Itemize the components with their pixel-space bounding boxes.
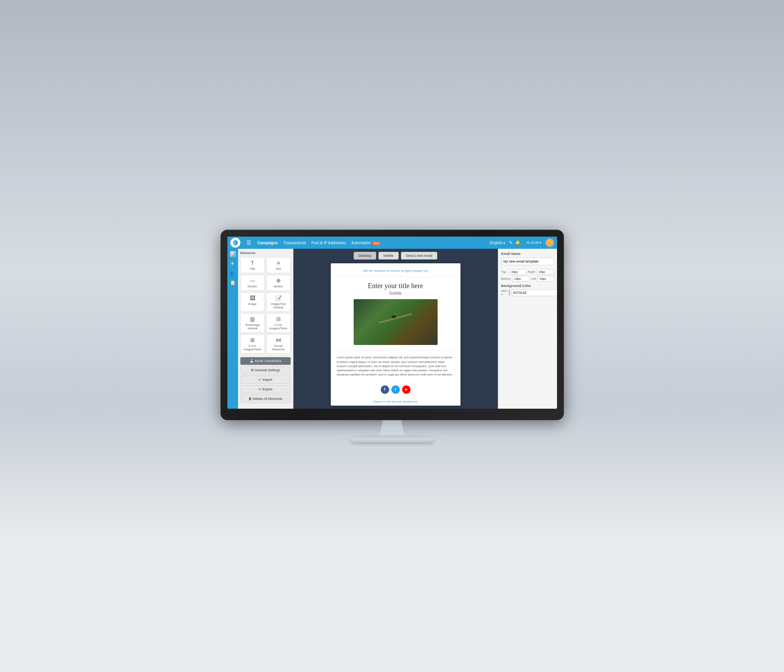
topnav-right-section: English ▾ ✎ 🔔 · ID 8136 ▾ 🙂 <box>490 239 554 247</box>
email-hero-image <box>354 299 438 345</box>
text-image-v-icon: ▥ <box>250 316 255 322</box>
canvas-toolbar: Desktop Mobile Send a test email <box>354 252 437 259</box>
title-element-icon: T <box>251 260 254 266</box>
facebook-icon[interactable]: f <box>381 385 389 394</box>
email-title: Enter your title here <box>336 282 455 290</box>
padding-right-label: Right <box>528 270 535 274</box>
elements-panel-title: Elements <box>240 251 291 255</box>
notifications-icon[interactable]: 🔔 <box>515 240 521 245</box>
save-changes-button[interactable]: 💾 SAVE CHANGES <box>240 357 291 365</box>
main-content: 📊 ✈ 👥 📋 Elements T Title ≡ <box>227 249 557 408</box>
monitor-bezel: S ☰ Campaigns Transactional Pool & IP Ad… <box>221 230 564 420</box>
export-button[interactable]: ↪ Export <box>240 385 291 393</box>
button-element-icon: ⊕ <box>276 277 281 284</box>
email-name-label: Email Name <box>501 252 554 256</box>
padding-right-input[interactable] <box>537 269 554 275</box>
import-button[interactable]: ↩ Import <box>240 375 291 384</box>
elements-grid: T Title ≡ Text — Divider ⊕ <box>240 257 291 354</box>
padding-top-label: Top <box>501 270 508 274</box>
hamburger-menu-icon[interactable]: ☰ <box>246 240 251 246</box>
logo[interactable]: S <box>230 238 240 248</box>
email-hero-section: Enter your title here Subtitle <box>331 277 460 351</box>
title-element-label: Title <box>250 267 255 271</box>
avatar[interactable]: 🙂 <box>546 239 554 247</box>
desktop-view-button[interactable]: Desktop <box>354 252 376 259</box>
email-name-section: Email Name <box>501 252 554 265</box>
nav-transactional[interactable]: Transactional <box>283 241 306 245</box>
padding-bottom-input[interactable] <box>512 276 530 282</box>
padding-top-row: Top Right <box>501 269 554 275</box>
send-test-email-button[interactable]: Send a test email <box>401 252 438 259</box>
element-social[interactable]: ⋈ Social Networks <box>266 334 291 354</box>
language-selector[interactable]: English ▾ <box>490 241 505 245</box>
text-element-label: Text <box>275 267 281 271</box>
hex-label: HEX # <box>501 289 507 296</box>
bg-color-label: Background Color <box>501 284 554 288</box>
email-subtitle: Subtitle <box>336 291 455 295</box>
monitor-wrapper: S ☰ Campaigns Transactional Pool & IP Ad… <box>221 230 564 442</box>
divider-element-label: Divider <box>248 285 257 288</box>
2col-element-label: 2 Col. Images/Texts <box>268 323 289 330</box>
twitter-icon[interactable]: t <box>391 385 400 394</box>
templates-sidebar-icon[interactable]: 📋 <box>230 280 236 285</box>
monitor-base <box>350 435 434 442</box>
general-settings-button[interactable]: ⚙ General Settings <box>240 366 291 374</box>
edit-icon[interactable]: ✎ <box>509 240 513 245</box>
padding-bottom-label: Bottom <box>501 277 511 280</box>
padding-left-input[interactable] <box>538 276 555 282</box>
element-text[interactable]: ≡ Text <box>266 257 291 273</box>
send-sidebar-icon[interactable]: ✈ <box>230 261 235 266</box>
element-image[interactable]: 🖼 Image <box>240 292 265 312</box>
color-swatch[interactable] <box>509 290 510 296</box>
nav-automation[interactable]: Automation New <box>351 241 380 245</box>
element-3col[interactable]: ⊞ 3 Col. Images/Texts <box>240 334 265 354</box>
new-badge: New <box>372 242 380 245</box>
email-social-icons: f t ▶ <box>331 382 460 398</box>
nav-links: Campaigns Transactional Pool & IP Addres… <box>258 241 484 245</box>
image-element-label: Image <box>248 302 256 306</box>
element-text-image-vertical[interactable]: ▥ Text/Image Vertical <box>240 313 265 333</box>
nav-campaigns[interactable]: Campaigns <box>258 241 278 245</box>
element-2col[interactable]: ⊟ 2 Col. Images/Texts <box>266 313 291 333</box>
top-navigation: S ☰ Campaigns Transactional Pool & IP Ad… <box>227 237 557 249</box>
3col-element-icon: ⊞ <box>250 337 255 343</box>
text-element-icon: ≡ <box>277 260 280 266</box>
email-preview-header: Afin de visualiser la version en ligne (… <box>331 263 460 277</box>
padding-bottom-row: Bottom Left <box>501 276 554 282</box>
color-hex-input[interactable] <box>511 289 557 296</box>
delete-all-button[interactable]: 🗑 Delete All Elements <box>240 395 291 403</box>
3col-element-label: 3 Col. Images/Texts <box>242 344 263 351</box>
text-image-v-label: Text/Image Vertical <box>242 323 263 330</box>
background-color-section: Background Color HEX # <box>501 284 554 296</box>
user-id[interactable]: · ID 8136 ▾ <box>525 241 541 245</box>
padding-top-input[interactable] <box>509 269 526 275</box>
color-input-row: HEX # <box>501 289 554 296</box>
topnav-icons: ✎ 🔔 <box>509 240 521 245</box>
padding-left-label: Left <box>531 277 536 280</box>
canvas-area: Desktop Mobile Send a test email Afin de… <box>293 249 498 408</box>
element-button[interactable]: ⊕ Button <box>266 275 291 291</box>
elements-panel: Elements T Title ≡ Text — Divider <box>238 249 293 408</box>
email-name-input[interactable] <box>501 258 554 265</box>
mobile-view-button[interactable]: Mobile <box>378 252 399 259</box>
monitor-neck <box>377 420 407 435</box>
contacts-sidebar-icon[interactable]: 👥 <box>230 270 236 276</box>
image-text-v-label: Image/Text Vertical <box>268 302 289 309</box>
email-preview: Afin de visualiser la version en ligne (… <box>331 263 460 405</box>
element-title[interactable]: T Title <box>240 257 265 273</box>
2col-element-icon: ⊟ <box>276 316 281 322</box>
image-element-icon: 🖼 <box>250 295 255 301</box>
analytics-sidebar-icon[interactable]: 📊 <box>230 251 236 257</box>
divider-element-icon: — <box>250 277 255 284</box>
youtube-icon[interactable]: ▶ <box>402 385 411 394</box>
element-image-text-vertical[interactable]: 📝 Image/Text Vertical <box>266 292 291 312</box>
social-element-label: Social Networks <box>268 344 289 351</box>
email-body: Lorem ipsum dolor sit amet, consectetur … <box>331 351 460 381</box>
view-online-link[interactable]: Afin de visualiser la version en ligne (… <box>363 269 428 272</box>
social-element-icon: ⋈ <box>276 337 281 343</box>
email-body-text: Lorem ipsum dolor sit amet, consectetur … <box>337 356 453 376</box>
element-divider[interactable]: — Divider <box>240 275 265 291</box>
right-panel: Email Name Top Right Bottom <box>498 249 557 408</box>
nav-pool-ip[interactable]: Pool & IP Addresses <box>311 241 346 245</box>
unsubscribe-link[interactable]: Cliquez ici afin de vous désabonner. <box>372 400 418 403</box>
